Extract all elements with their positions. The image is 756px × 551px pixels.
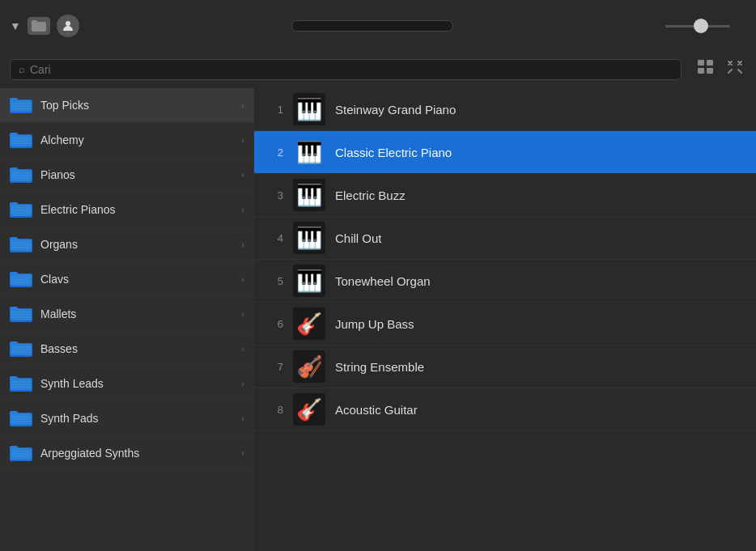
- sidebar-item-label: Arpeggiated Synths: [40, 447, 233, 460]
- instrument-thumbnail: 🎸: [293, 307, 325, 340]
- sidebar-item-top-picks[interactable]: Top Picks ›: [0, 88, 254, 123]
- instrument-thumbnail: 🎹: [293, 265, 325, 297]
- row-number: 8: [264, 404, 283, 416]
- folder-icon: [10, 270, 32, 288]
- chevron-right-icon: ›: [241, 274, 244, 284]
- search-right-icons: [688, 57, 746, 82]
- instrument-name: Tonewheel Organ: [335, 274, 431, 288]
- folder-icon: [10, 375, 32, 392]
- folder-icon: [10, 444, 32, 462]
- sidebar-item-clavs[interactable]: Clavs ›: [0, 262, 254, 297]
- chevron-right-icon: ›: [241, 448, 244, 458]
- svg-rect-4: [707, 60, 713, 66]
- instrument-name: Classic Electric Piano: [335, 146, 452, 159]
- svg-rect-3: [698, 60, 704, 66]
- folder-icon: [10, 131, 32, 149]
- folder-icon: [10, 305, 32, 323]
- instrument-thumbnail: 🎹: [293, 136, 325, 168]
- svg-rect-5: [698, 68, 704, 74]
- content-area: 1 🎹 Steinway Grand Piano 2 🎹 Classic Ele…: [254, 88, 756, 551]
- top-bar-left: ▼: [10, 15, 79, 37]
- sidebar-item-synth-pads[interactable]: Synth Pads ›: [0, 401, 254, 436]
- chevron-right-icon: ›: [241, 135, 244, 145]
- file-icon[interactable]: [28, 17, 50, 35]
- top-bar-center: [275, 20, 469, 32]
- search-icon: ⌕: [19, 63, 25, 75]
- chevron-right-icon: ›: [241, 344, 244, 354]
- svg-rect-6: [707, 68, 713, 74]
- table-row[interactable]: 6 🎸 Jump Up Bass: [254, 303, 756, 345]
- prev-preset-button[interactable]: [275, 23, 291, 29]
- chevron-right-icon: ›: [241, 413, 244, 423]
- instrument-thumbnail: 🎹: [293, 179, 325, 211]
- table-row[interactable]: 7 🎻 String Ensemble: [254, 345, 756, 388]
- sidebar-item-organs[interactable]: Organs ›: [0, 227, 254, 262]
- chevron-right-icon: ›: [241, 170, 244, 180]
- instrument-name: Chill Out: [335, 231, 382, 245]
- folder-icon: [10, 201, 32, 218]
- chevron-right-icon: ›: [241, 309, 244, 319]
- sidebar-item-mallets[interactable]: Mallets ›: [0, 297, 254, 332]
- sidebar-item-basses[interactable]: Basses ›: [0, 332, 254, 367]
- person-icon[interactable]: [57, 15, 79, 37]
- table-row[interactable]: 4 🎹 Chill Out: [254, 217, 756, 260]
- row-number: 3: [264, 189, 283, 201]
- search-bar: ⌕: [0, 52, 756, 88]
- sidebar: Top Picks › Alchemy ›: [0, 88, 254, 551]
- folder-icon: [10, 235, 32, 253]
- table-row[interactable]: 3 🎹 Electric Buzz: [254, 174, 756, 217]
- instrument-name: Steinway Grand Piano: [335, 103, 456, 117]
- instrument-thumbnail: 🎸: [293, 393, 325, 426]
- sidebar-item-label: Clavs: [40, 273, 233, 286]
- collapse-button[interactable]: [724, 57, 746, 82]
- folder-icon: [10, 96, 32, 114]
- sidebar-item-pianos[interactable]: Pianos ›: [0, 158, 254, 193]
- instrument-name: Acoustic Guitar: [335, 403, 418, 417]
- sidebar-item-label: Pianos: [40, 168, 233, 181]
- folder-icon: [10, 340, 32, 358]
- row-number: 5: [264, 275, 283, 287]
- sidebar-item-arpeggiated-synths[interactable]: Arpeggiated Synths ›: [0, 436, 254, 471]
- next-preset-button[interactable]: [453, 23, 469, 29]
- instrument-thumbnail: 🎻: [293, 350, 325, 383]
- sidebar-item-synth-leads[interactable]: Synth Leads ›: [0, 367, 254, 401]
- row-number: 4: [264, 232, 283, 244]
- instrument-name: Electric Buzz: [335, 189, 406, 202]
- sidebar-item-label: Synth Leads: [40, 377, 233, 390]
- settings-button[interactable]: [740, 23, 746, 29]
- row-number: 1: [264, 104, 283, 116]
- preset-display: [291, 20, 453, 32]
- chevron-right-icon: ›: [241, 205, 244, 214]
- table-row[interactable]: 8 🎸 Acoustic Guitar: [254, 388, 756, 431]
- row-number: 6: [264, 318, 283, 330]
- top-bar: ▼: [0, 0, 756, 52]
- search-input[interactable]: [30, 63, 673, 76]
- volume-slider[interactable]: [665, 25, 730, 28]
- dropdown-arrow-icon[interactable]: ▼: [10, 19, 21, 32]
- folder-icon: [10, 166, 32, 184]
- sidebar-item-label: Top Picks: [40, 99, 233, 112]
- table-row[interactable]: 1 🎹 Steinway Grand Piano: [254, 88, 756, 131]
- instrument-thumbnail: 🎹: [293, 93, 325, 125]
- chevron-right-icon: ›: [241, 100, 244, 110]
- sidebar-item-label: Mallets: [40, 307, 233, 320]
- chevron-right-icon: ›: [241, 239, 244, 249]
- instrument-thumbnail: 🎹: [293, 222, 325, 254]
- sidebar-item-label: Basses: [40, 342, 233, 355]
- instrument-name: Jump Up Bass: [335, 317, 414, 331]
- sidebar-item-alchemy[interactable]: Alchemy ›: [0, 123, 254, 158]
- top-bar-right: [665, 23, 746, 29]
- main-layout: Top Picks › Alchemy ›: [0, 88, 756, 551]
- search-input-wrapper: ⌕: [10, 59, 682, 80]
- svg-rect-1: [32, 20, 37, 23]
- grid-view-button[interactable]: [694, 57, 717, 82]
- table-row[interactable]: 5 🎹 Tonewheel Organ: [254, 260, 756, 303]
- folder-icon: [10, 409, 32, 427]
- sidebar-item-label: Synth Pads: [40, 412, 233, 425]
- sidebar-item-label: Electric Pianos: [40, 203, 233, 216]
- row-number: 2: [264, 146, 283, 159]
- table-row[interactable]: 2 🎹 Classic Electric Piano: [254, 131, 756, 174]
- sidebar-item-label: Organs: [40, 238, 233, 251]
- sidebar-item-electric-pianos[interactable]: Electric Pianos ›: [0, 193, 254, 227]
- chevron-right-icon: ›: [241, 379, 244, 388]
